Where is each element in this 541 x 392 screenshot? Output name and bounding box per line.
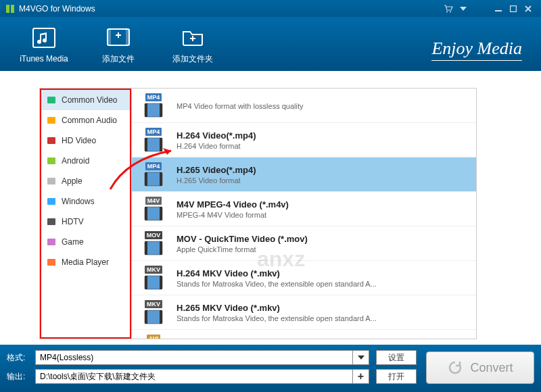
format-icon: MP4 — [139, 93, 168, 118]
toolbar-item-label: iTunes Media — [7, 54, 81, 64]
format-title: MOV - QuickTime Video (*.mov) — [177, 234, 308, 244]
svg-rect-20 — [47, 218, 55, 225]
format-subtitle: MP4 Video format with lossless quality — [177, 102, 304, 110]
format-title: H.265 MKV Video (*.mkv) — [177, 303, 377, 313]
cart-icon[interactable] — [441, 3, 456, 14]
format-subtitle: H.264 Video format — [177, 142, 256, 150]
format-item[interactable]: AVIAVI Video (*.avi)AVI Video format — [132, 330, 476, 339]
svg-rect-34 — [160, 207, 162, 220]
svg-rect-18 — [47, 178, 55, 185]
category-item[interactable]: Common Audio — [41, 110, 130, 130]
svg-rect-13 — [192, 36, 193, 41]
svg-rect-8 — [108, 29, 111, 45]
format-field[interactable]: MP4(Lossless) — [35, 350, 353, 365]
category-item[interactable]: Android — [41, 151, 130, 171]
format-title: AVI Video (*.avi) — [177, 337, 243, 339]
open-button[interactable]: 打开 — [376, 369, 417, 384]
svg-rect-16 — [47, 137, 55, 144]
format-item[interactable]: MP4H.264 Video(*.mp4)H.264 Video format — [132, 123, 476, 157]
category-item[interactable]: Windows — [41, 191, 130, 212]
toolbar-item-label: 添加文件夹 — [156, 53, 230, 65]
add-file-button[interactable]: 添加文件 — [81, 24, 156, 65]
svg-rect-4 — [495, 10, 502, 11]
svg-rect-11 — [118, 32, 119, 38]
convert-button[interactable]: Convert — [426, 351, 534, 384]
category-label: Windows — [62, 197, 95, 206]
maximize-button[interactable] — [506, 3, 521, 14]
output-browse-button[interactable]: + — [353, 369, 369, 384]
format-item[interactable]: M4VM4V MPEG-4 Video (*.m4v)MPEG-4 M4V Vi… — [132, 192, 476, 226]
format-item[interactable]: MP4H.265 Video(*.mp4)H.265 Video format — [132, 157, 476, 192]
category-label: HDTV — [62, 217, 84, 226]
format-icon: M4V — [139, 196, 168, 222]
main-toolbar: iTunes Media 添加文件 添加文件夹 Enjoy Media — [0, 17, 541, 71]
format-icon: AVI — [139, 334, 168, 339]
format-dropdown-button[interactable] — [353, 350, 369, 365]
svg-rect-31 — [160, 172, 162, 186]
convert-label: Convert — [470, 361, 513, 375]
itunes-media-button[interactable]: iTunes Media — [7, 24, 81, 64]
category-icon — [47, 237, 56, 247]
format-icon: MKV — [139, 265, 168, 291]
svg-rect-21 — [47, 239, 55, 245]
category-item[interactable]: HDTV — [41, 212, 130, 232]
folder-plus-icon — [177, 24, 208, 51]
format-title: H.264 Video(*.mp4) — [177, 130, 256, 141]
category-item[interactable]: Apple — [41, 171, 130, 191]
add-folder-button[interactable]: 添加文件夹 — [156, 24, 230, 65]
format-label: 格式: — [7, 352, 35, 364]
music-note-icon — [28, 24, 60, 51]
minimize-button[interactable] — [491, 3, 506, 14]
svg-rect-1 — [11, 5, 14, 13]
output-field[interactable]: D:\tools\桌面\安下载\新建文件夹 — [35, 369, 353, 384]
svg-point-3 — [450, 11, 451, 12]
toolbar-item-label: 添加文件 — [81, 53, 156, 65]
svg-rect-40 — [160, 276, 162, 289]
category-label: Apple — [62, 176, 83, 186]
category-item[interactable]: Common Video — [41, 90, 130, 110]
film-plus-icon — [103, 24, 134, 51]
format-icon: MKV — [139, 299, 168, 325]
category-item[interactable]: Media Player — [41, 252, 130, 272]
category-label: Game — [62, 237, 84, 247]
format-title: H.265 Video(*.mp4) — [177, 165, 256, 175]
category-icon — [47, 197, 56, 206]
enjoy-media-slogan: Enjoy Media — [431, 39, 522, 61]
format-item[interactable]: MKVH.265 MKV Video (*.mkv)Stands for Mat… — [132, 295, 476, 330]
category-icon — [47, 217, 56, 226]
svg-rect-37 — [160, 241, 162, 255]
main-area: Common VideoCommon AudioHD VideoAndroidA… — [0, 71, 541, 345]
svg-rect-6 — [33, 28, 55, 47]
app-logo-icon — [5, 4, 15, 14]
format-item[interactable]: MKVH.264 MKV Video (*.mkv)Stands for Mat… — [132, 261, 476, 295]
close-button[interactable] — [521, 3, 536, 14]
app-title: M4VGO for Windows — [19, 4, 441, 14]
format-icon: MP4 — [139, 127, 168, 153]
category-item[interactable]: Game — [41, 232, 130, 252]
dropdown-icon[interactable] — [456, 3, 471, 14]
category-label: Common Audio — [62, 116, 117, 125]
output-label: 输出: — [7, 371, 35, 383]
category-icon — [47, 116, 56, 125]
format-item[interactable]: MP4MP4 Video format with lossless qualit… — [132, 89, 476, 123]
category-label: HD Video — [62, 136, 96, 145]
format-subtitle: Apple QuickTime format — [177, 245, 308, 253]
chevron-down-icon — [358, 356, 364, 360]
format-icon: MOV — [139, 230, 168, 256]
titlebar: M4VGO for Windows — [0, 0, 541, 17]
category-label: Media Player — [62, 258, 109, 267]
format-item[interactable]: MOVMOV - QuickTime Video (*.mov)Apple Qu… — [132, 226, 476, 261]
svg-rect-14 — [47, 97, 55, 103]
bottom-bar: 格式: MP4(Lossless) 设置 输出: D:\tools\桌面\安下载… — [0, 345, 541, 392]
refresh-icon — [447, 360, 463, 376]
svg-rect-42 — [145, 310, 147, 324]
svg-rect-36 — [145, 241, 147, 255]
category-label: Android — [62, 156, 89, 166]
format-subtitle: Stands for Matroska Video, the extensibl… — [177, 280, 377, 288]
category-item[interactable]: HD Video — [41, 130, 130, 151]
format-list[interactable]: MP4MP4 Video format with lossless qualit… — [131, 89, 476, 339]
category-icon — [47, 176, 56, 186]
svg-rect-27 — [145, 138, 147, 151]
format-icon: MP4 — [139, 162, 168, 187]
settings-button[interactable]: 设置 — [376, 350, 417, 365]
